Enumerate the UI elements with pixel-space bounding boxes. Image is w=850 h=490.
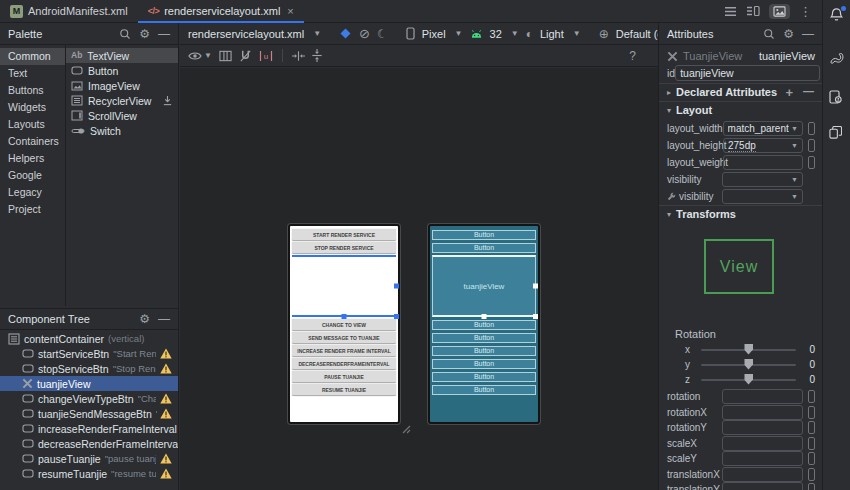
- blueprint-tuanjieview-selected[interactable]: tuanjieView: [432, 255, 536, 317]
- pack-vertical-icon[interactable]: [312, 49, 322, 62]
- palette-category-project[interactable]: Project: [0, 201, 65, 218]
- attr-translationY-input[interactable]: [722, 482, 803, 490]
- palette-item-scrollview[interactable]: ScrollView: [66, 108, 178, 123]
- tree-item-increaseRenderFrameInterval[interactable]: increaseRenderFrameInterval"I...": [0, 421, 178, 436]
- design-canvas[interactable]: START RENDER SERVICESTOP RENDER SERVICEC…: [180, 68, 658, 490]
- tab-renderservicelayout[interactable]: </> renderservicelayout.xml ×: [138, 0, 304, 22]
- blueprint-button[interactable]: Button: [432, 346, 536, 356]
- blueprint-button[interactable]: Button: [432, 230, 536, 240]
- palette-category-common[interactable]: Common: [0, 48, 65, 65]
- palette-item-textview[interactable]: AbTextView: [66, 48, 178, 63]
- device-manager-icon[interactable]: [829, 126, 842, 139]
- tree-item-stopServiceBtn[interactable]: stopServiceBtn"Stop Render Servi...": [0, 361, 178, 376]
- remove-attribute-button[interactable]: —: [803, 85, 814, 100]
- slider-thumb[interactable]: [744, 344, 753, 355]
- attr-rotationX-input[interactable]: [722, 405, 803, 420]
- view-options-eye-icon[interactable]: ▼: [188, 50, 212, 62]
- slider-thumb[interactable]: [744, 359, 753, 370]
- resource-picker-icon[interactable]: [808, 390, 815, 403]
- resource-picker-icon[interactable]: [808, 483, 815, 490]
- blueprint-button[interactable]: Button: [432, 333, 536, 343]
- design-view-device[interactable]: START RENDER SERVICESTOP RENDER SERVICEC…: [288, 224, 400, 424]
- blueprint-button[interactable]: Button: [432, 372, 536, 382]
- resize-handle-icon[interactable]: [402, 425, 411, 434]
- gear-icon[interactable]: ⚙: [139, 313, 150, 325]
- pack-horizontal-icon[interactable]: [292, 51, 305, 61]
- selection-handle[interactable]: [533, 284, 538, 289]
- design-tuanjieview-selected[interactable]: [292, 255, 396, 317]
- id-input[interactable]: [675, 65, 820, 81]
- default-margins-icon[interactable]: u: [259, 50, 273, 62]
- palette-category-google[interactable]: Google: [0, 167, 65, 184]
- palette-category-buttons[interactable]: Buttons: [0, 82, 65, 99]
- attr-rotation-input[interactable]: [722, 389, 803, 404]
- slider-track-x[interactable]: [701, 349, 796, 351]
- selection-handle[interactable]: [533, 314, 538, 319]
- palette-category-legacy[interactable]: Legacy: [0, 184, 65, 201]
- resource-picker-icon[interactable]: [808, 122, 815, 135]
- palette-item-button[interactable]: Button: [66, 63, 178, 78]
- palette-item-recyclerview[interactable]: RecyclerView: [66, 93, 178, 108]
- blueprint-button[interactable]: Button: [432, 359, 536, 369]
- attr-layout_height-dropdown[interactable]: 275dp▼: [723, 138, 803, 153]
- attr-visibility-dropdown[interactable]: ▼: [722, 172, 803, 187]
- attr-scaleY-input[interactable]: [722, 451, 803, 466]
- orientation-icon[interactable]: ⊘: [359, 27, 370, 40]
- design-button[interactable]: SEND MESSAGE TO TUANJIE: [292, 332, 396, 343]
- design-button[interactable]: DECREASERENDERFRAMEINTERVAL: [292, 358, 396, 369]
- attr-scaleX-input[interactable]: [722, 436, 803, 451]
- layout-file-selector[interactable]: renderservicelayout.xml: [188, 28, 304, 40]
- gear-icon[interactable]: ⚙: [139, 28, 150, 40]
- slider-thumb[interactable]: [744, 374, 753, 385]
- resource-picker-icon[interactable]: [808, 406, 815, 419]
- layout-section-header[interactable]: ▾ Layout: [659, 101, 822, 118]
- slider-track-z[interactable]: [701, 379, 796, 381]
- palette-category-helpers[interactable]: Helpers: [0, 150, 65, 167]
- device-selector[interactable]: Pixel: [422, 28, 446, 40]
- add-attribute-button[interactable]: +: [785, 85, 793, 100]
- slider-track-y[interactable]: [701, 364, 796, 366]
- blueprint-button[interactable]: Button: [432, 385, 536, 395]
- tree-item-decreaseRenderFrameInterval[interactable]: decreaseRenderFrameInterval"...": [0, 436, 178, 451]
- tree-item-startServiceBtn[interactable]: startServiceBtn"Start Render Serv...": [0, 346, 178, 361]
- attr-layout_weight-input[interactable]: [723, 155, 803, 170]
- tree-item-tuanjieView[interactable]: tuanjieView: [0, 376, 178, 391]
- minimize-icon[interactable]: —: [158, 313, 170, 325]
- palette-category-containers[interactable]: Containers: [0, 133, 65, 150]
- close-tab-icon[interactable]: ×: [287, 5, 293, 17]
- tree-item-resumeTuanjie[interactable]: resumeTuanjie"resume tuanjie": [0, 466, 178, 481]
- resource-picker-icon[interactable]: [808, 452, 815, 465]
- design-button[interactable]: STOP RENDER SERVICE: [292, 242, 396, 253]
- blueprint-view-device[interactable]: ButtonButtontuanjieViewButtonButtonButto…: [428, 224, 540, 424]
- resource-picker-icon[interactable]: [808, 437, 815, 450]
- minimize-icon[interactable]: —: [158, 28, 170, 40]
- resource-picker-icon[interactable]: [808, 421, 815, 434]
- palette-category-widgets[interactable]: Widgets: [0, 99, 65, 116]
- tab-android-manifest[interactable]: M AndroidManifest.xml: [0, 0, 138, 22]
- palette-item-switch[interactable]: Switch: [66, 123, 178, 138]
- design-button[interactable]: PAUSE TUANJIE: [292, 371, 396, 382]
- selection-handle[interactable]: [394, 284, 399, 289]
- design-surface-selector-icon[interactable]: [339, 27, 352, 40]
- tree-item-changeViewTypeBtn[interactable]: changeViewTypeBtn"Change To ...": [0, 391, 178, 406]
- autoconnect-off-magnet-icon[interactable]: [239, 49, 252, 62]
- resource-picker-icon[interactable]: [808, 156, 815, 169]
- attr-translationX-input[interactable]: [722, 467, 803, 482]
- blueprint-button[interactable]: Button: [432, 320, 536, 330]
- attr-rotationY-input[interactable]: [722, 420, 803, 435]
- blueprint-button[interactable]: Button: [432, 243, 536, 253]
- design-button[interactable]: RESUME TUANJIE: [292, 384, 396, 395]
- design-button[interactable]: START RENDER SERVICE: [292, 229, 396, 240]
- gradle-icon[interactable]: [829, 52, 845, 65]
- minimize-icon[interactable]: —: [802, 28, 814, 40]
- transforms-section-header[interactable]: ▾ Transforms: [659, 205, 822, 222]
- resource-picker-icon[interactable]: [808, 468, 815, 481]
- palette-item-imageview[interactable]: ImageView: [66, 78, 178, 93]
- more-options-icon[interactable]: ⋮: [799, 5, 812, 18]
- selection-handle[interactable]: [394, 314, 399, 319]
- tree-item-tuanjieSendMessageBtn[interactable]: tuanjieSendMessageBtn"Send M...": [0, 406, 178, 421]
- split-view-icon[interactable]: [746, 5, 760, 17]
- search-icon[interactable]: [763, 28, 775, 40]
- help-button[interactable]: ?: [629, 49, 650, 63]
- notifications-bell-icon[interactable]: [829, 7, 844, 22]
